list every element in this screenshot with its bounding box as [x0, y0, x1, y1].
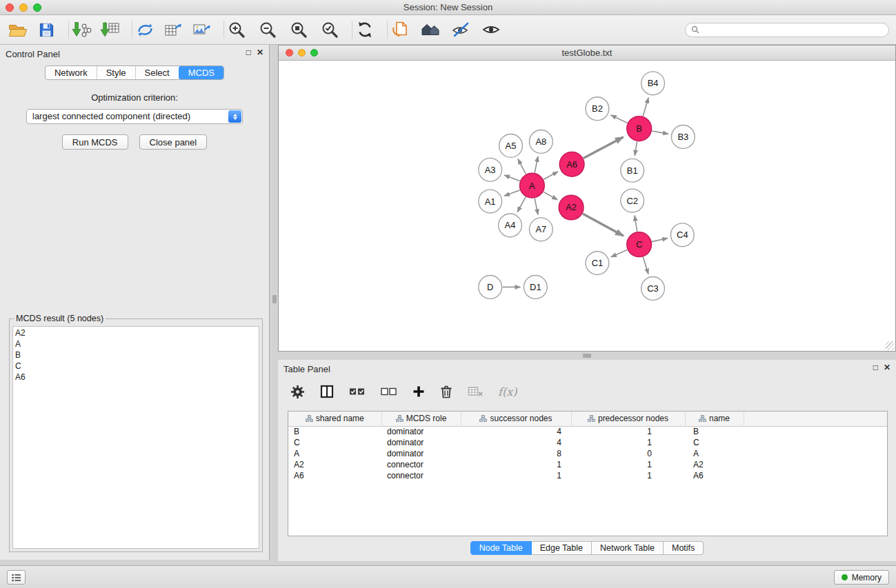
edge-A-A7[interactable]	[535, 199, 538, 215]
table-cell[interactable]: A2	[288, 459, 381, 470]
home-view-button[interactable]	[418, 18, 443, 41]
node-B2[interactable]: B2	[586, 97, 609, 121]
node-A1[interactable]: A1	[479, 190, 502, 213]
table-cell[interactable]: connector	[381, 459, 461, 470]
zoom-out-button[interactable]	[255, 18, 280, 41]
edge-A6-B[interactable]	[584, 137, 624, 159]
node-A8[interactable]: A8	[529, 130, 552, 154]
open-session-button[interactable]	[6, 18, 30, 41]
table-cell[interactable]: dominator	[381, 426, 461, 437]
column-header-name[interactable]: name	[685, 412, 744, 426]
node-B[interactable]: B	[627, 116, 652, 141]
column-header-successor-nodes[interactable]: successor nodes	[461, 412, 571, 426]
node-A5[interactable]: A5	[499, 134, 523, 157]
add-column-button[interactable]	[412, 382, 425, 401]
node-table[interactable]: shared nameMCDS rolesuccessor nodesprede…	[288, 411, 888, 536]
tab-mcds[interactable]: MCDS	[179, 66, 223, 79]
edge-A-A2[interactable]	[544, 192, 557, 199]
table-row[interactable]: Adominator80A	[288, 448, 887, 459]
node-A2[interactable]: A2	[559, 195, 584, 220]
select-all-button[interactable]	[349, 382, 366, 401]
result-item[interactable]: A6	[13, 372, 259, 383]
table-row[interactable]: A2connector11A2	[288, 459, 887, 470]
tab-motifs[interactable]: Motifs	[664, 541, 704, 555]
float-panel-icon[interactable]: □	[246, 48, 251, 57]
close-panel-button[interactable]: Close panel	[139, 134, 208, 150]
deselect-all-button[interactable]	[381, 382, 397, 401]
edge-C-C4[interactable]	[652, 239, 668, 242]
table-cell[interactable]: connector	[381, 470, 461, 481]
table-cell[interactable]: 1	[571, 459, 685, 470]
node-D1[interactable]: D1	[524, 276, 547, 299]
table-cell[interactable]: 4	[461, 426, 571, 437]
table-cell[interactable]: 1	[461, 459, 571, 470]
import-network-button[interactable]	[69, 18, 94, 41]
node-A4[interactable]: A4	[499, 214, 522, 237]
node-C4[interactable]: C4	[670, 223, 694, 247]
node-A3[interactable]: A3	[479, 158, 502, 181]
table-cell[interactable]: A	[288, 448, 381, 459]
show-columns-button[interactable]	[320, 382, 334, 401]
table-row[interactable]: A6connector11A6	[288, 470, 887, 481]
edge-A2-C[interactable]	[583, 214, 624, 236]
tab-edge-table[interactable]: Edge Table	[532, 541, 592, 555]
tab-node-table[interactable]: Node Table	[470, 541, 532, 555]
table-cell[interactable]: 1	[461, 470, 571, 481]
close-table-panel-icon[interactable]: ✕	[884, 363, 890, 372]
optimization-criterion-select[interactable]: largest connected component (directed)	[26, 109, 243, 124]
resize-grip[interactable]	[886, 341, 895, 350]
memory-button[interactable]: Memory	[834, 570, 889, 585]
zoom-selected-button[interactable]	[317, 18, 342, 41]
table-cell[interactable]: 0	[571, 448, 685, 459]
node-C2[interactable]: C2	[621, 189, 644, 212]
table-cell[interactable]: dominator	[381, 437, 461, 448]
show-panels-button[interactable]	[7, 570, 26, 585]
tab-network-table[interactable]: Network Table	[592, 541, 664, 555]
edge-C-C3[interactable]	[643, 257, 648, 274]
node-C1[interactable]: C1	[586, 252, 609, 275]
column-header-MCDS-role[interactable]: MCDS role	[381, 412, 461, 426]
result-item[interactable]: C	[13, 361, 259, 372]
node-A[interactable]: A	[519, 173, 544, 198]
table-cell[interactable]: 1	[571, 437, 685, 448]
save-session-button[interactable]	[34, 18, 59, 41]
node-D[interactable]: D	[479, 276, 502, 299]
apply-layout-button[interactable]	[352, 18, 377, 41]
edge-B-B1[interactable]	[635, 141, 637, 156]
table-cell[interactable]: A	[685, 448, 744, 459]
delete-table-button[interactable]	[468, 382, 483, 401]
edge-A-A4[interactable]	[517, 197, 526, 212]
toggle-graphics-details-button[interactable]	[448, 18, 473, 41]
table-row[interactable]: Bdominator41B	[288, 426, 887, 437]
node-A6[interactable]: A6	[559, 152, 584, 176]
tab-network[interactable]: Network	[46, 66, 97, 79]
search-box[interactable]	[685, 23, 889, 37]
column-header-shared-name[interactable]: shared name	[288, 412, 381, 426]
tab-style[interactable]: Style	[97, 66, 135, 79]
node-C[interactable]: C	[627, 232, 652, 257]
close-panel-icon[interactable]: ✕	[257, 48, 263, 57]
delete-column-button[interactable]	[440, 382, 452, 401]
edge-B-B3[interactable]	[652, 131, 668, 134]
export-network-button[interactable]	[132, 18, 157, 41]
show-graphics-button[interactable]	[479, 18, 504, 41]
table-cell[interactable]: B	[685, 426, 744, 437]
table-cell[interactable]: A2	[685, 459, 744, 470]
result-item[interactable]: A2	[13, 327, 259, 338]
table-cell[interactable]: A6	[288, 470, 381, 481]
splitter-handle-horizontal[interactable]	[583, 354, 591, 358]
table-cell[interactable]: C	[288, 437, 381, 448]
search-input[interactable]	[703, 25, 883, 34]
table-cell[interactable]: B	[288, 426, 381, 437]
export-image-button[interactable]	[189, 18, 214, 41]
splitter-handle-vertical[interactable]	[272, 295, 277, 303]
table-row[interactable]: Cdominator41C	[288, 437, 887, 448]
table-cell[interactable]: 8	[461, 448, 571, 459]
table-cell[interactable]: A6	[685, 470, 744, 481]
edge-A-A5[interactable]	[518, 159, 526, 174]
node-B4[interactable]: B4	[641, 72, 665, 95]
column-header-predecessor-nodes[interactable]: predecessor nodes	[571, 412, 685, 426]
export-document-button[interactable]	[388, 18, 412, 41]
node-B3[interactable]: B3	[671, 125, 695, 149]
result-item[interactable]: A	[13, 338, 259, 349]
